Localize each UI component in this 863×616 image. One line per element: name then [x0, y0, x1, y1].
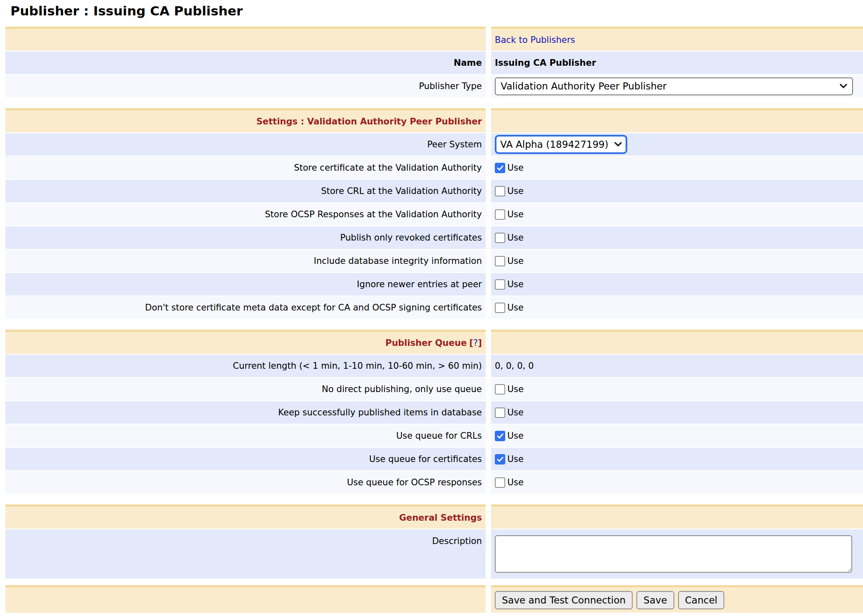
use-label: Use: [507, 303, 524, 313]
page-title: Publisher : Issuing CA Publisher: [10, 3, 863, 18]
cancel-button[interactable]: Cancel: [678, 591, 725, 609]
use-label: Use: [507, 407, 524, 417]
check-icon: [497, 457, 504, 462]
queue-for-certificates-checkbox[interactable]: [495, 454, 505, 464]
option-label: Keep successfully published items in dat…: [5, 401, 486, 424]
only-use-queue-checkbox[interactable]: [495, 384, 505, 395]
option-label: Use queue for certificates: [5, 448, 486, 470]
option-cell: Use: [491, 425, 863, 447]
publisher-type-label: Publisher Type: [5, 75, 486, 97]
general-settings-table: General Settings Description: [5, 504, 863, 579]
option-cell: Use: [491, 471, 863, 494]
option-label: No direct publishing, only use queue: [5, 378, 486, 400]
general-settings-header: General Settings: [5, 504, 486, 529]
current-length-label: Current length (< 1 min, 1-10 min, 10-60…: [5, 355, 486, 377]
use-label: Use: [507, 163, 524, 173]
option-label: Store CRL at the Validation Authority: [5, 180, 486, 202]
option-cell: Use: [491, 180, 863, 202]
peer-system-cell: VA Alpha (189427199): [491, 133, 863, 156]
store-crl-checkbox[interactable]: [495, 186, 505, 196]
description-label: Description: [5, 529, 486, 579]
name-label: Name: [5, 52, 486, 74]
publish-only-revoked-checkbox[interactable]: [495, 233, 505, 243]
use-label: Use: [507, 233, 524, 243]
description-cell: [491, 529, 863, 579]
option-cell: Use: [491, 378, 863, 400]
settings-table: Settings : Validation Authority Peer Pub…: [5, 108, 863, 319]
option-label: Use queue for OCSP responses: [5, 471, 486, 494]
publisher-identity-table: Back to Publishers Name Issuing CA Publi…: [5, 27, 863, 97]
option-label: Store certificate at the Validation Auth…: [5, 156, 486, 179]
general-settings-header-spacer: [491, 504, 863, 529]
option-label: Store OCSP Responses at the Validation A…: [5, 203, 486, 226]
check-icon: [497, 165, 504, 171]
actions-table: Save and Test Connection Save Cancel: [5, 585, 863, 613]
help-bracket-open: [: [469, 338, 474, 348]
use-label: Use: [507, 279, 524, 289]
option-cell: Use: [491, 296, 863, 319]
option-label: Don't store certificate meta data except…: [5, 296, 486, 319]
queue-for-crls-checkbox[interactable]: [495, 431, 505, 441]
dont-store-metadata-checkbox[interactable]: [495, 303, 505, 313]
back-to-publishers-link[interactable]: Back to Publishers: [495, 35, 575, 45]
db-integrity-checkbox[interactable]: [495, 256, 505, 266]
description-textarea[interactable]: [495, 535, 852, 573]
use-label: Use: [507, 431, 524, 441]
store-certificate-checkbox[interactable]: [495, 163, 505, 173]
option-cell: Use: [491, 448, 863, 470]
publisher-type-cell: Validation Authority Peer Publisher: [491, 75, 863, 97]
keep-published-items-checkbox[interactable]: [495, 407, 505, 418]
peer-system-selected-value: VA Alpha (189427199): [500, 139, 609, 150]
option-cell: Use: [491, 401, 863, 424]
help-bracket-close: ]: [478, 338, 482, 348]
settings-header-spacer: [491, 108, 863, 132]
actions-spacer: [5, 585, 486, 613]
chevron-down-icon: [840, 84, 847, 89]
queue-header-text: Publisher Queue: [385, 338, 466, 348]
use-label: Use: [507, 186, 524, 196]
option-cell: Use: [491, 203, 863, 226]
current-length-value: 0, 0, 0, 0: [491, 355, 863, 377]
ignore-newer-entries-checkbox[interactable]: [495, 279, 505, 290]
chevron-down-icon: [614, 142, 622, 147]
store-ocsp-checkbox[interactable]: [495, 209, 505, 220]
queue-help-link[interactable]: ?: [473, 338, 478, 348]
option-cell: Use: [491, 226, 863, 249]
publisher-type-select[interactable]: Validation Authority Peer Publisher: [495, 77, 853, 95]
queue-for-ocsp-checkbox[interactable]: [495, 477, 505, 488]
queue-section-header: Publisher Queue[?]: [5, 330, 486, 354]
header-spacer: [5, 27, 486, 51]
option-cell: Use: [491, 250, 863, 272]
option-label: Ignore newer entries at peer: [5, 273, 486, 296]
settings-section-header: Settings : Validation Authority Peer Pub…: [5, 108, 486, 132]
option-cell: Use: [491, 156, 863, 179]
peer-system-label: Peer System: [5, 133, 486, 156]
option-label: Use queue for CRLs: [5, 425, 486, 447]
save-and-test-connection-button[interactable]: Save and Test Connection: [495, 591, 633, 609]
actions-cell: Save and Test Connection Save Cancel: [491, 585, 863, 613]
publisher-type-selected-value: Validation Authority Peer Publisher: [501, 81, 666, 92]
name-value: Issuing CA Publisher: [491, 52, 863, 74]
option-label: Include database integrity information: [5, 250, 486, 272]
use-label: Use: [507, 209, 524, 219]
queue-header-spacer: [491, 330, 863, 354]
option-cell: Use: [491, 273, 863, 296]
publisher-queue-table: Publisher Queue[?] Current length (< 1 m…: [5, 330, 863, 494]
use-label: Use: [507, 384, 524, 394]
option-label: Publish only revoked certificates: [5, 226, 486, 249]
use-label: Use: [507, 454, 524, 464]
check-icon: [497, 433, 504, 439]
use-label: Use: [507, 477, 524, 487]
peer-system-select[interactable]: VA Alpha (189427199): [495, 135, 627, 154]
save-button[interactable]: Save: [636, 591, 674, 609]
use-label: Use: [507, 256, 524, 266]
back-link-cell: Back to Publishers: [491, 27, 863, 51]
